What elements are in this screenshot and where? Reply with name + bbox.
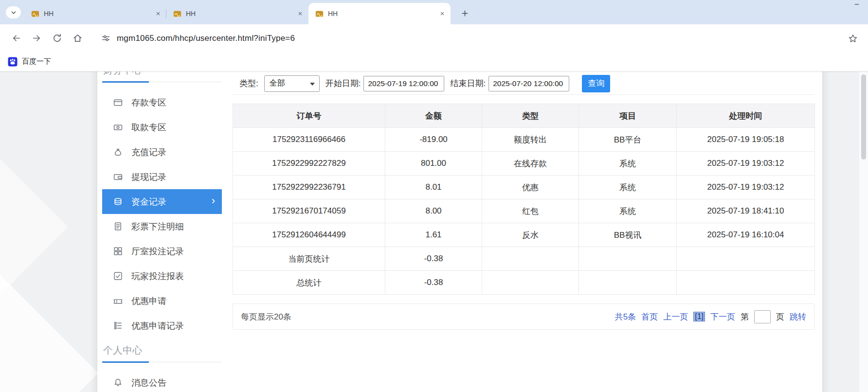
type-label: 类型: — [239, 78, 258, 89]
table-cell: 2025-07-19 16:10:04 — [677, 223, 815, 247]
browser-window: HHHHHH mgm1065.com/hhcp/usercenter.html?… — [0, 0, 868, 392]
bookmark-item-baidu[interactable]: 百度一下 — [8, 57, 51, 67]
recharge-record-icon — [113, 147, 123, 157]
player-bet-report-icon — [113, 271, 123, 281]
site-info-button[interactable] — [97, 30, 114, 47]
tune-icon — [101, 34, 110, 43]
sidebar-item-promo-apply[interactable]: 优惠申请› — [102, 288, 222, 313]
table-cell: 8.01 — [385, 176, 482, 199]
table-cell: 2025-07-19 18:41:10 — [677, 199, 815, 223]
sidebar-item-label: 充值记录 — [131, 146, 166, 158]
next-page-link[interactable]: 下一页 — [710, 311, 735, 322]
end-date-input[interactable] — [488, 76, 569, 91]
tab-close-button[interactable] — [438, 9, 447, 18]
table-cell: 在线存款 — [482, 152, 579, 176]
filter-bar: 类型: 全部 开始日期: 结束日期: 查询 — [233, 72, 814, 95]
table-cell: 红包 — [482, 199, 579, 223]
table-cell: 反水 — [482, 223, 579, 247]
jump-page-input[interactable] — [754, 310, 771, 323]
minimize-button[interactable] — [853, 1, 860, 10]
home-button[interactable] — [69, 30, 86, 47]
browser-tab[interactable]: HH — [166, 3, 308, 24]
minimize-icon — [853, 1, 860, 8]
prev-page-link[interactable]: 上一页 — [663, 311, 688, 322]
address-bar[interactable]: mgm1065.com/hhcp/usercenter.html?iniType… — [117, 34, 295, 43]
table-cell — [482, 247, 579, 271]
page-scrollbar[interactable] — [859, 71, 868, 392]
browser-tab[interactable]: HH — [308, 3, 451, 24]
browser-toolbar: mgm1065.com/hhcp/usercenter.html?iniType… — [0, 24, 868, 52]
start-date-label: 开始日期: — [326, 78, 361, 89]
search-button[interactable]: 查询 — [582, 75, 610, 92]
sidebar-item-funds-record[interactable]: 资金记录› — [102, 189, 222, 214]
sidebar-item-message-notice[interactable]: 消息公告› — [102, 370, 222, 392]
table-cell: BB视讯 — [579, 223, 677, 247]
column-header: 金额 — [385, 104, 482, 128]
sidebar-item-promo-apply-record[interactable]: 优惠申请记录› — [102, 313, 222, 338]
back-button[interactable] — [8, 30, 24, 47]
jump-button[interactable]: 跳转 — [790, 311, 806, 322]
table-cell: 系统 — [579, 152, 677, 176]
sidebar-item-label: 优惠申请记录 — [131, 320, 184, 332]
reload-button[interactable] — [49, 30, 65, 47]
deposit-card-icon — [113, 97, 123, 107]
browser-tab[interactable]: HH — [24, 3, 166, 24]
funds-record-icon — [113, 196, 123, 207]
tab-search-button[interactable] — [6, 6, 21, 18]
table-row: 当前页统计-0.38 — [233, 247, 815, 271]
content-container: 财务中心存款专区›取款专区›充值记录›提现记录›资金记录›彩票下注明细›厅室投注… — [97, 71, 822, 392]
tab-close-button[interactable] — [296, 9, 305, 18]
new-tab-button[interactable] — [457, 6, 472, 20]
select-arrow-icon — [310, 83, 315, 88]
sidebar-item-label: 存款专区 — [131, 97, 166, 108]
pagination-controls: 共5条 首页 上一页 [1] 下一页 第 页 跳转 — [615, 310, 806, 323]
forward-icon — [32, 33, 42, 43]
scrollbar-thumb[interactable] — [861, 74, 866, 160]
table-cell: 1752923116966466 — [233, 128, 385, 152]
table-cell: 801.00 — [385, 152, 482, 176]
sidebar-item-deposit-card[interactable]: 存款专区› — [102, 90, 222, 115]
table-row: 17529126046444991.61反水BB视讯2025-07-19 16:… — [233, 223, 815, 247]
current-page-indicator: [1] — [693, 312, 705, 321]
type-select-value: 全部 — [270, 78, 285, 89]
main-content: 类型: 全部 开始日期: 结束日期: 查询 订单号金额类型项目处理时间 — [233, 72, 814, 330]
table-cell: 1752922992227829 — [233, 152, 385, 176]
reload-icon — [52, 33, 62, 43]
first-page-link[interactable]: 首页 — [641, 311, 658, 322]
table-cell: 当前页统计 — [233, 247, 385, 271]
chevron-right-icon: › — [212, 196, 215, 208]
table-row: 1752923116966466-819.00额度转出BB平台2025-07-1… — [233, 128, 815, 152]
column-header: 处理时间 — [677, 104, 815, 128]
table-cell: 8.00 — [385, 199, 482, 223]
per-page-text: 每页显示20条 — [241, 311, 291, 322]
sidebar-item-recharge-record[interactable]: 充值记录› — [102, 140, 222, 164]
plus-icon — [461, 10, 469, 17]
sidebar-item-list: 存款专区›取款专区›充值记录›提现记录›资金记录›彩票下注明细›厅室投注记录›玩… — [102, 90, 222, 338]
tab-close-button[interactable] — [154, 9, 163, 18]
close-icon — [155, 11, 161, 17]
bookmark-star-button[interactable] — [846, 31, 860, 46]
sidebar-item-lottery-bet-detail[interactable]: 彩票下注明细› — [102, 214, 222, 239]
bookmarks-bar: 百度一下 — [0, 52, 868, 71]
table-cell: 1.61 — [385, 223, 482, 247]
table-cell — [677, 271, 815, 295]
table-cell: -819.00 — [385, 128, 482, 152]
records-table: 订单号金额类型项目处理时间 1752923116966466-819.00额度转… — [233, 104, 815, 295]
sidebar-section-title: 财务中心 — [102, 71, 222, 82]
sidebar-item-player-bet-report[interactable]: 玩家投注报表› — [102, 264, 222, 288]
sidebar-item-withdrawal-record[interactable]: 提现记录› — [102, 164, 222, 189]
type-select[interactable]: 全部 — [264, 75, 320, 92]
site-favicon-icon — [315, 10, 324, 18]
back-icon — [11, 33, 21, 43]
close-icon — [439, 11, 445, 17]
forward-button[interactable] — [28, 30, 45, 47]
sidebar-item-withdraw-banknote[interactable]: 取款专区› — [102, 115, 222, 140]
sidebar-item-label: 优惠申请 — [131, 295, 166, 307]
table-cell: -0.38 — [385, 271, 482, 295]
table-cell: 优惠 — [482, 176, 579, 199]
table-row: 17529229922367918.01优惠系统2025-07-19 19:03… — [233, 176, 815, 199]
sidebar-item-hall-bet-record[interactable]: 厅室投注记录› — [102, 239, 222, 264]
star-icon — [848, 34, 858, 43]
start-date-input[interactable] — [363, 76, 444, 91]
table-cell: 1752922992236791 — [233, 176, 385, 199]
